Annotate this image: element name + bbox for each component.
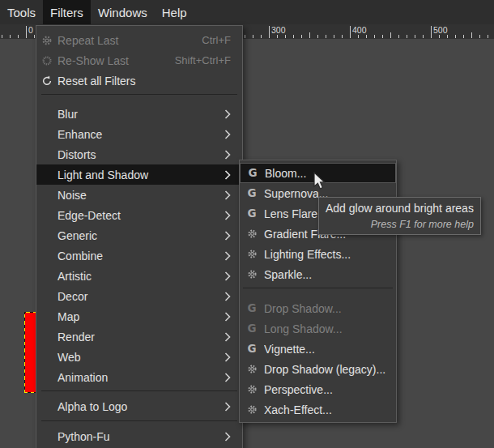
menu-item-lighting-effects[interactable]: Lighting Effects...	[240, 244, 396, 264]
ruler-label: 0	[28, 25, 33, 35]
ruler-tick	[439, 35, 440, 38]
ruler-tick	[269, 26, 270, 38]
menu-item-edge-detect[interactable]: Edge-Detect	[36, 205, 242, 225]
chevron-right-icon	[224, 109, 231, 119]
menu-item-re-show-last[interactable]: Re-Show Last Shift+Ctrl+F	[36, 50, 242, 70]
menubar-item-filters[interactable]: Filters	[43, 0, 91, 24]
menu-item-alpha-to-logo[interactable]: Alpha to Logo	[36, 396, 242, 416]
menubar-item-help[interactable]: Help	[155, 0, 194, 24]
chevron-right-icon	[224, 150, 231, 160]
ruler-tick	[398, 35, 399, 38]
ruler-tick	[309, 32, 310, 38]
menu-item-distorts[interactable]: Distorts	[36, 144, 242, 164]
ruler-tick	[18, 35, 19, 38]
menu-item-drop-shadow-legacy[interactable]: Drop Shadow (legacy)...	[240, 359, 396, 379]
ruler-tick	[10, 35, 11, 38]
chevron-right-icon	[224, 352, 231, 362]
ruler-tick	[382, 35, 383, 38]
menu-item-light-and-shadow[interactable]: Light and Shadow	[36, 164, 242, 185]
ruler-tick	[334, 35, 334, 38]
plugin-gear-icon	[245, 228, 259, 241]
menu-item-label: Repeat Last	[57, 34, 187, 47]
menu-item-sparkle[interactable]: Sparkle...	[240, 264, 396, 284]
gegl-icon: G	[245, 322, 259, 335]
menu-item-render[interactable]: Render	[36, 326, 242, 347]
menu-item-perspective[interactable]: Perspective...	[240, 379, 396, 399]
chevron-right-icon	[224, 292, 231, 301]
menu-item-web[interactable]: Web	[36, 347, 242, 367]
chevron-right-icon	[224, 251, 231, 261]
ruler-tick	[326, 35, 326, 38]
ruler-tick	[455, 35, 456, 38]
red-layer	[25, 313, 36, 392]
menu-item-label: Reset all Filters	[57, 75, 231, 87]
ruler-label: 400	[352, 25, 367, 35]
menu-item-decor[interactable]: Decor	[36, 286, 242, 306]
menubar-item-windows[interactable]: Windows	[91, 0, 155, 24]
menu-item-drop-shadow[interactable]: G Drop Shadow...	[240, 298, 396, 318]
ruler-tick	[358, 35, 359, 38]
ruler-label: 300	[271, 25, 286, 35]
menu-item-animation[interactable]: Animation	[36, 367, 242, 387]
chevron-right-icon	[224, 332, 231, 342]
filters-menu: Repeat Last Ctrl+F Re-Show Last Shift+Ct…	[36, 25, 243, 448]
reset-arrow-icon	[40, 75, 54, 87]
ruler-tick	[374, 35, 375, 38]
ruler-tick	[390, 32, 391, 38]
mouse-cursor-icon	[313, 172, 327, 191]
menu-item-label: Re-Show Last	[57, 54, 160, 67]
ruler-tick	[317, 35, 318, 38]
ruler-tick	[431, 26, 432, 38]
chevron-right-icon	[224, 373, 231, 382]
menu-item-blur[interactable]: Blur	[36, 104, 242, 124]
gegl-icon: G	[245, 207, 259, 220]
ruler-tick	[407, 35, 407, 38]
menu-item-noise[interactable]: Noise	[36, 185, 242, 205]
chevron-right-icon	[224, 231, 231, 241]
menubar-item-tools[interactable]: Tools	[0, 0, 43, 24]
tooltip-hint: Press F1 for more help	[326, 219, 474, 230]
ruler-tick	[471, 32, 472, 38]
ruler-tick	[253, 35, 253, 38]
ruler-tick	[488, 35, 488, 38]
ruler-tick	[285, 35, 286, 38]
menu-item-python-fu[interactable]: Python-Fu	[36, 426, 242, 446]
chevron-right-icon	[224, 312, 231, 322]
ruler-tick	[342, 35, 343, 38]
ruler-tick	[277, 35, 278, 38]
plugin-gear-icon	[245, 268, 259, 281]
menu-item-combine[interactable]: Combine	[36, 245, 242, 266]
plugin-gear-icon	[40, 34, 54, 47]
menu-item-long-shadow[interactable]: G Long Shadow...	[240, 318, 396, 339]
gegl-icon: G	[245, 167, 260, 180]
ruler-tick	[245, 35, 245, 38]
gegl-icon: G	[245, 343, 259, 356]
ruler-tick	[423, 35, 424, 38]
ruler-tick	[463, 35, 464, 38]
menu-separator	[243, 288, 393, 288]
menu-item-xach-effect[interactable]: Xach-Effect...	[240, 399, 396, 420]
menu-item-artistic[interactable]: Artistic	[36, 266, 242, 286]
ruler-tick	[479, 35, 480, 38]
chevron-right-icon	[224, 130, 231, 139]
plugin-gear-icon	[245, 383, 259, 396]
plugin-gear-icon	[245, 248, 259, 261]
menu-item-repeat-last[interactable]: Repeat Last Ctrl+F	[36, 30, 242, 50]
menu-item-vignette[interactable]: G Vignette...	[240, 339, 396, 359]
chevron-right-icon	[224, 170, 231, 180]
ruler-tick	[261, 35, 262, 38]
ruler-tick	[2, 35, 2, 38]
reshow-pattern-icon	[40, 54, 54, 67]
menu-separator	[41, 390, 237, 391]
ruler-tick	[26, 26, 27, 38]
plugin-gear-icon	[245, 403, 259, 416]
gegl-icon: G	[245, 302, 259, 315]
menu-separator	[41, 94, 237, 95]
chevron-right-icon	[224, 211, 231, 220]
menu-item-generic[interactable]: Generic	[36, 225, 242, 245]
menu-item-map[interactable]: Map	[36, 306, 242, 326]
menu-separator	[41, 420, 237, 421]
gegl-icon: G	[245, 187, 259, 200]
menu-item-reset-all-filters[interactable]: Reset all Filters	[36, 70, 242, 91]
menu-item-enhance[interactable]: Enhance	[36, 124, 242, 144]
